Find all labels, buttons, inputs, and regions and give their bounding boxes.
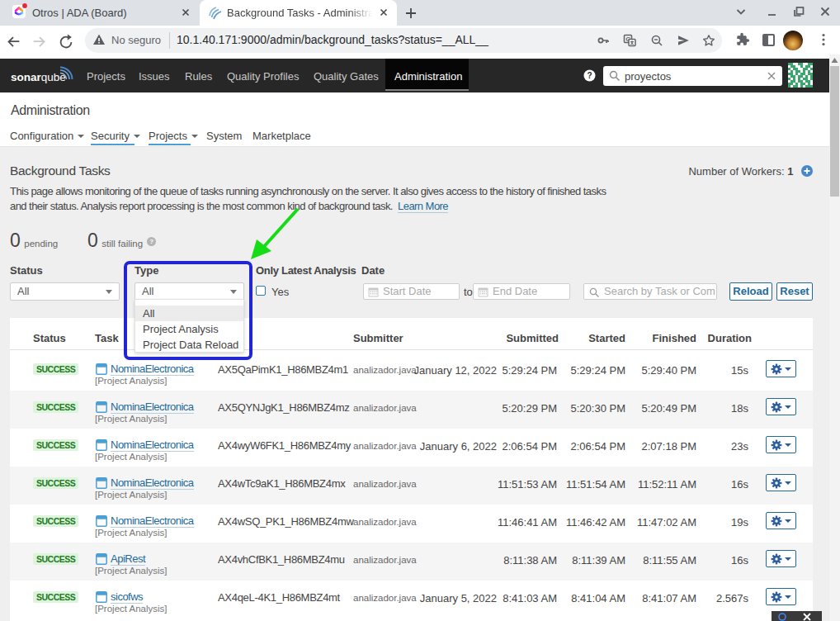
svg-text:?: ?	[149, 238, 153, 245]
svg-text:?: ?	[588, 71, 592, 80]
